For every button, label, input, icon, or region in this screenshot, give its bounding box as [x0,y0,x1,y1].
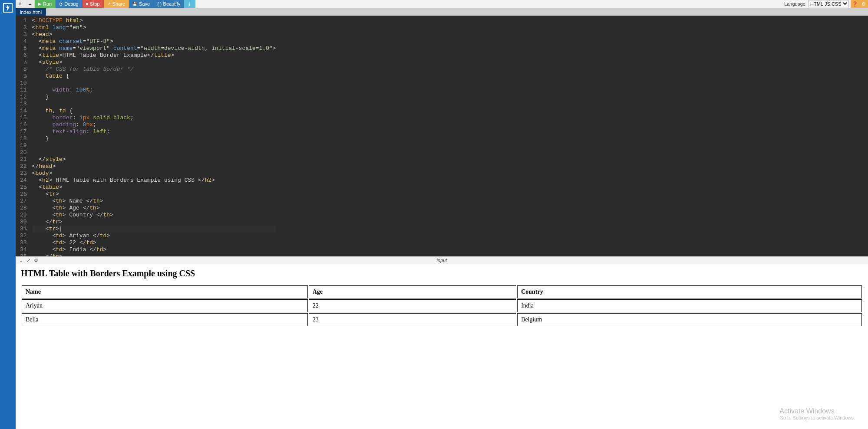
beautify-label: { } Beautify [157,1,180,7]
language-select[interactable]: HTML,JS,CSS [808,0,849,7]
code-editor[interactable]: 1234567891011121314151617181920212223242… [16,16,868,256]
expand-icon[interactable]: ⤢ [26,258,30,263]
run-label: Run [43,1,52,7]
panel-controls: ⌄ ⤢ ⚙ [16,258,38,263]
table-row: Bella 23 Belgium [22,313,862,326]
table-header: Name [22,285,308,298]
table-header: Country [517,285,862,298]
help-button[interactable]: ❓ [851,0,859,8]
app-root: 🗎 ☁ ▶Run ◔Debug ■Stop ↗Share 💾Save { } B… [0,0,868,429]
output-table: Name Age Country Ariyan 22 India Bella 2… [21,285,863,327]
table-cell: India [517,299,862,312]
download-icon: ⭳ [188,2,191,6]
chevron-down-icon[interactable]: ⌄ [19,258,23,263]
debug-label: Debug [64,1,78,7]
stop-button[interactable]: ■Stop [83,0,104,8]
help-icon: ❓ [852,1,858,7]
share-icon: ↗ [107,2,111,6]
table-cell: Belgium [517,313,862,326]
file-icon: 🗎 [18,2,22,6]
table-cell: Bella [22,313,308,326]
run-button[interactable]: ▶Run [35,0,56,8]
upload-button[interactable]: ☁ [25,0,35,8]
table-cell: Ariyan [22,299,308,312]
share-button[interactable]: ↗Share [104,0,129,8]
output-pane[interactable]: HTML Table with Borders Example using CS… [16,264,868,429]
output-heading: HTML Table with Borders Example using CS… [21,269,863,278]
editor-gutter: 1234567891011121314151617181920212223242… [16,16,30,256]
left-rail [0,0,16,429]
play-icon: ▶ [38,2,41,6]
table-cell: 23 [309,313,516,326]
logo-icon[interactable] [0,0,16,16]
gear-icon[interactable]: ⚙ [34,258,38,263]
save-button[interactable]: 💾Save [129,0,154,8]
tab-bar: index.html [16,8,868,16]
table-cell: 22 [309,299,516,312]
tab-label: index.html [20,10,42,15]
table-header-row: Name Age Country [22,285,862,298]
share-label: Share [112,1,125,7]
editor-code[interactable]: <!DOCTYPE html><html lang="en"><head> <m… [30,16,276,256]
toolbar-spacer [195,0,782,8]
table-header: Age [309,285,516,298]
settings-button[interactable]: ⚙ [859,0,868,8]
stop-icon: ■ [86,2,88,6]
table-row: Ariyan 22 India [22,299,862,312]
output-panel-bar: ⌄ ⤢ ⚙ input [16,256,868,264]
save-label: Save [139,1,150,7]
save-icon: 💾 [132,2,137,6]
upload-icon: ☁ [28,2,32,6]
language-label: Language [782,0,808,8]
new-file-button[interactable]: 🗎 [16,0,25,8]
gear-icon: ⚙ [861,1,866,7]
download-button[interactable]: ⭳ [184,0,195,8]
panel-center-label: input [437,258,447,263]
toolbar: 🗎 ☁ ▶Run ◔Debug ■Stop ↗Share 💾Save { } B… [16,0,868,8]
tab-index-html[interactable]: index.html [16,8,46,16]
clock-icon: ◔ [59,2,63,6]
beautify-button[interactable]: { } Beautify [154,0,184,8]
stop-label: Stop [90,1,100,7]
debug-button[interactable]: ◔Debug [56,0,82,8]
